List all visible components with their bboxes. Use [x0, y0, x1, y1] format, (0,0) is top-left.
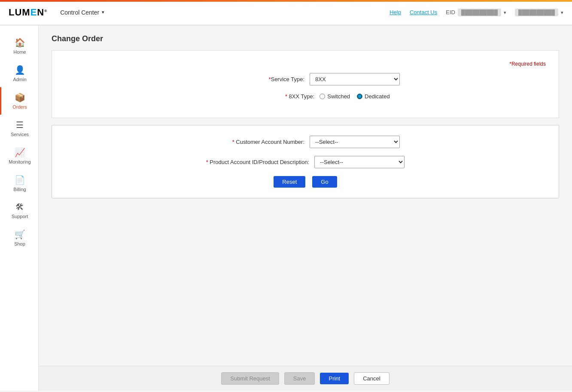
sidebar-label-support: Support [12, 214, 28, 219]
sidebar-item-shop[interactable]: 🛒 Shop [0, 224, 38, 252]
layout: 🏠 Home 👤 Admin 📦 Orders ☰ Services 📈 Mon… [0, 26, 572, 391]
control-center-menu[interactable]: Control Center [60, 9, 104, 16]
contact-us-link[interactable]: Contact Us [410, 9, 437, 15]
customer-account-label: * Customer Account Number: [211, 139, 310, 145]
sidebar-item-orders[interactable]: 📦 Orders [0, 87, 38, 115]
admin-icon: 👤 [15, 65, 25, 75]
logo: LUMEN® [9, 7, 47, 18]
form-button-row: Reset Go [65, 176, 546, 188]
cancel-button[interactable]: Cancel [354, 372, 389, 385]
sidebar-item-admin[interactable]: 👤 Admin [0, 60, 38, 87]
sidebar-item-billing[interactable]: 📄 Billing [0, 170, 38, 197]
user-value: ██████████ [515, 9, 558, 16]
service-type-section: *Required fields *Service Type: 8XX * 8X… [52, 50, 559, 118]
dedicated-option[interactable]: Dedicated [357, 93, 390, 100]
type-8xx-label: * 8XX Type: [221, 93, 319, 100]
header-right: Help Contact Us EID ██████████ █████████… [389, 9, 563, 16]
main-content: Change Order *Required fields *Service T… [39, 26, 572, 366]
monitoring-icon: 📈 [15, 147, 25, 158]
sidebar-label-admin: Admin [13, 77, 26, 82]
product-account-select[interactable]: --Select-- [314, 156, 405, 168]
service-type-label: *Service Type: [211, 76, 310, 82]
radio-group-8xx: Switched Dedicated [319, 93, 389, 100]
header: LUMEN® Control Center Help Contact Us EI… [0, 0, 572, 26]
user-section: ██████████ [515, 9, 563, 16]
header-top-border [0, 0, 572, 2]
print-button[interactable]: Print [320, 373, 349, 384]
dedicated-label: Dedicated [365, 93, 390, 100]
help-link[interactable]: Help [389, 9, 401, 15]
service-type-select[interactable]: 8XX [310, 73, 400, 85]
user-dropdown-icon[interactable] [561, 9, 563, 15]
support-icon: 🛠 [15, 202, 24, 212]
type-8xx-row: * 8XX Type: Switched Dedicated [65, 93, 546, 100]
required-note: *Required fields [65, 61, 546, 67]
product-account-label: * Product Account ID/Product Description… [206, 159, 315, 165]
orders-icon: 📦 [15, 92, 25, 103]
reset-button[interactable]: Reset [274, 176, 305, 188]
sidebar-label-orders: Orders [12, 104, 27, 109]
services-icon: ☰ [16, 120, 24, 130]
footer-bar: Submit Request Save Print Cancel [39, 366, 572, 391]
home-icon: 🏠 [15, 37, 25, 48]
sidebar: 🏠 Home 👤 Admin 📦 Orders ☰ Services 📈 Mon… [0, 26, 39, 391]
sidebar-label-home: Home [13, 49, 26, 55]
page-title: Change Order [52, 34, 559, 43]
sidebar-item-monitoring[interactable]: 📈 Monitoring [0, 142, 38, 170]
sidebar-label-monitoring: Monitoring [9, 159, 30, 164]
eid-label: EID [446, 9, 455, 15]
account-section: * Customer Account Number: --Select-- * … [52, 125, 559, 198]
save-button[interactable]: Save [284, 372, 315, 385]
sidebar-item-support[interactable]: 🛠 Support [0, 197, 38, 224]
switched-radio[interactable] [319, 94, 325, 99]
switched-option[interactable]: Switched [319, 93, 350, 100]
sidebar-label-services: Services [11, 132, 29, 137]
switched-label: Switched [327, 93, 350, 100]
eid-dropdown-icon[interactable] [504, 9, 506, 15]
sidebar-label-billing: Billing [13, 187, 26, 192]
eid-value: ██████████ [458, 9, 501, 16]
eid-section: EID ██████████ [446, 9, 506, 16]
sidebar-item-services[interactable]: ☰ Services [0, 115, 38, 142]
submit-request-button[interactable]: Submit Request [221, 372, 279, 385]
customer-account-row: * Customer Account Number: --Select-- [65, 136, 546, 148]
sidebar-label-shop: Shop [14, 241, 25, 246]
go-button[interactable]: Go [312, 176, 337, 188]
dedicated-radio[interactable] [357, 94, 362, 99]
shop-icon: 🛒 [15, 229, 25, 240]
sidebar-item-home[interactable]: 🏠 Home [0, 32, 38, 60]
product-account-row: * Product Account ID/Product Description… [65, 156, 546, 168]
customer-account-select[interactable]: --Select-- [310, 136, 400, 148]
service-type-row: *Service Type: 8XX [65, 73, 546, 85]
billing-icon: 📄 [15, 175, 25, 185]
